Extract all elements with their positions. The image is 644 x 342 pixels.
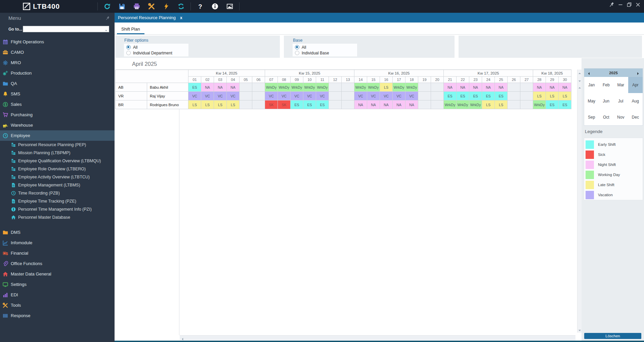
shift-cell[interactable]: SK bbox=[278, 100, 291, 109]
shift-cell[interactable]: NA bbox=[380, 100, 393, 109]
shift-cell[interactable] bbox=[240, 83, 252, 92]
shift-cell[interactable]: LS bbox=[227, 100, 240, 109]
shift-cell[interactable]: WrkDy bbox=[457, 100, 469, 109]
close-icon[interactable] bbox=[635, 2, 641, 7]
shift-cell[interactable] bbox=[431, 92, 444, 100]
month-nov[interactable]: Nov bbox=[613, 109, 628, 125]
sidebar-subitem-time-recording-pzb[interactable]: Time Recording (PZB) bbox=[0, 189, 115, 197]
month-dec[interactable]: Dec bbox=[628, 109, 643, 125]
shift-cell[interactable]: NA bbox=[405, 100, 418, 109]
sidebar-item-qa[interactable]: QA bbox=[0, 78, 115, 89]
image-icon[interactable] bbox=[226, 3, 233, 10]
print-icon[interactable] bbox=[133, 3, 140, 10]
sidebar-subitem-employee-activity-overview-ltbtcu[interactable]: Employee Activity Overview (LTBTCU) bbox=[0, 173, 115, 181]
shift-cell[interactable]: WrkDy bbox=[469, 100, 482, 109]
minimize-icon[interactable] bbox=[618, 2, 623, 7]
month-feb[interactable]: Feb bbox=[599, 77, 614, 93]
sidebar-item-employee[interactable]: Employee bbox=[0, 130, 115, 141]
shift-cell[interactable] bbox=[418, 100, 431, 109]
next-year-button[interactable] bbox=[636, 71, 640, 75]
shift-cell[interactable]: NA bbox=[546, 83, 559, 92]
month-mar[interactable]: Mar bbox=[613, 77, 628, 93]
shift-cell[interactable] bbox=[342, 92, 354, 100]
shift-cell[interactable] bbox=[520, 83, 533, 92]
sidebar-item-master-data-general[interactable]: Master Data General bbox=[0, 269, 115, 279]
grid-vertical-scrollbar[interactable] bbox=[577, 70, 582, 333]
month-apr[interactable]: Apr bbox=[628, 77, 643, 93]
shift-cell[interactable]: LS bbox=[214, 100, 227, 109]
sidebar-item-flight-operations[interactable]: Flight Operations bbox=[0, 37, 115, 47]
sidebar-item-purchasing[interactable]: Purchasing bbox=[0, 110, 115, 120]
shift-cell[interactable]: VC bbox=[188, 92, 201, 100]
shift-cell[interactable]: ES bbox=[303, 100, 316, 109]
shift-cell[interactable]: NA bbox=[533, 83, 546, 92]
sidebar-item-response[interactable]: Response bbox=[0, 310, 115, 321]
shift-cell[interactable] bbox=[252, 100, 265, 109]
month-may[interactable]: May bbox=[584, 93, 599, 109]
shift-cell[interactable] bbox=[418, 92, 431, 100]
shift-cell[interactable]: LS bbox=[495, 100, 508, 109]
pin-icon[interactable] bbox=[105, 16, 110, 20]
sidebar-subitem-personnel-time-management-info-pzi[interactable]: Personnel Time Management Info (PZI) bbox=[0, 205, 115, 213]
sidebar-subitem-employee-management-ltbms[interactable]: Employee Management (LTBMS) bbox=[0, 181, 115, 189]
tools-icon[interactable] bbox=[148, 3, 155, 10]
sidebar-item-camo[interactable]: CAMO bbox=[0, 47, 115, 57]
sidebar-item-edi[interactable]: EDI bbox=[0, 290, 115, 300]
shift-cell[interactable]: VC bbox=[380, 92, 393, 100]
pin-icon[interactable] bbox=[609, 2, 614, 7]
shift-cell[interactable]: ES bbox=[444, 92, 457, 100]
shift-cell[interactable]: NA bbox=[495, 83, 508, 92]
shift-cell[interactable]: WrkDy bbox=[278, 83, 291, 92]
help-icon[interactable]: ? bbox=[197, 3, 204, 10]
shift-cell[interactable]: WrkDy bbox=[303, 83, 316, 92]
sidebar-item-mro[interactable]: MRO bbox=[0, 57, 115, 68]
shift-cell[interactable]: VC bbox=[201, 92, 214, 100]
shift-cell[interactable]: ES bbox=[316, 100, 329, 109]
shift-cell[interactable]: VC bbox=[265, 92, 278, 100]
shift-cell[interactable]: NA bbox=[559, 83, 571, 92]
shift-cell[interactable]: WrkDy bbox=[316, 83, 329, 92]
shift-cell[interactable]: ES bbox=[495, 92, 508, 100]
shift-cell[interactable] bbox=[431, 83, 444, 92]
sidebar-subitem-employee-role-overview-ltbero[interactable]: Employee Role Overview (LTBERO) bbox=[0, 165, 115, 173]
shift-cell[interactable]: ES bbox=[546, 100, 559, 109]
shift-cell[interactable]: VC bbox=[278, 92, 291, 100]
shift-cell[interactable]: LS bbox=[188, 100, 201, 109]
scroll-down-icon[interactable] bbox=[578, 328, 582, 331]
goto-combobox[interactable] bbox=[23, 26, 109, 32]
lightning-icon[interactable] bbox=[163, 3, 170, 10]
sidebar-item-sales[interactable]: $Sales bbox=[0, 99, 115, 110]
shift-cell[interactable] bbox=[418, 83, 431, 92]
sidebar-item-financial[interactable]: $Financial bbox=[0, 248, 115, 258]
shift-cell[interactable]: WrkDy bbox=[444, 100, 457, 109]
sidebar-subitem-personnel-master-database[interactable]: Personnel Master Database bbox=[0, 213, 115, 221]
shift-cell[interactable]: WrkDy bbox=[367, 83, 380, 92]
shift-cell[interactable] bbox=[342, 83, 354, 92]
sync-icon[interactable] bbox=[178, 3, 184, 10]
shift-cell[interactable] bbox=[508, 100, 520, 109]
shift-cell[interactable]: NA bbox=[482, 83, 495, 92]
sidebar-item-infomodule[interactable]: Infomodule bbox=[0, 238, 115, 248]
month-jan[interactable]: Jan bbox=[584, 77, 599, 93]
sidebar-item-dms[interactable]: DMS bbox=[0, 227, 115, 238]
scroll-left-icon[interactable] bbox=[181, 336, 184, 340]
scroll-up-icon[interactable] bbox=[578, 71, 582, 74]
shift-cell[interactable]: NA bbox=[367, 100, 380, 109]
shift-cell[interactable]: LS bbox=[559, 92, 571, 100]
tab-shift-plan[interactable]: Shift Plan bbox=[117, 24, 144, 34]
shift-cell[interactable]: VC bbox=[214, 92, 227, 100]
month-oct[interactable]: Oct bbox=[599, 109, 614, 125]
scroll-up-icon[interactable] bbox=[578, 85, 582, 89]
shift-cell[interactable]: NA bbox=[354, 100, 367, 109]
month-sep[interactable]: Sep bbox=[584, 109, 599, 125]
shift-cell[interactable]: VC bbox=[316, 92, 329, 100]
shift-cell[interactable]: VC bbox=[291, 92, 303, 100]
shift-cell[interactable]: LS bbox=[201, 100, 214, 109]
prev-year-button[interactable] bbox=[587, 71, 591, 75]
sidebar-item-tools[interactable]: Tools bbox=[0, 300, 115, 310]
radio-all[interactable] bbox=[126, 45, 131, 49]
shift-cell[interactable]: LS bbox=[482, 100, 495, 109]
scroll-down-icon[interactable] bbox=[578, 78, 582, 82]
shift-cell[interactable] bbox=[240, 100, 252, 109]
shift-cell[interactable]: WrkDy bbox=[354, 83, 367, 92]
